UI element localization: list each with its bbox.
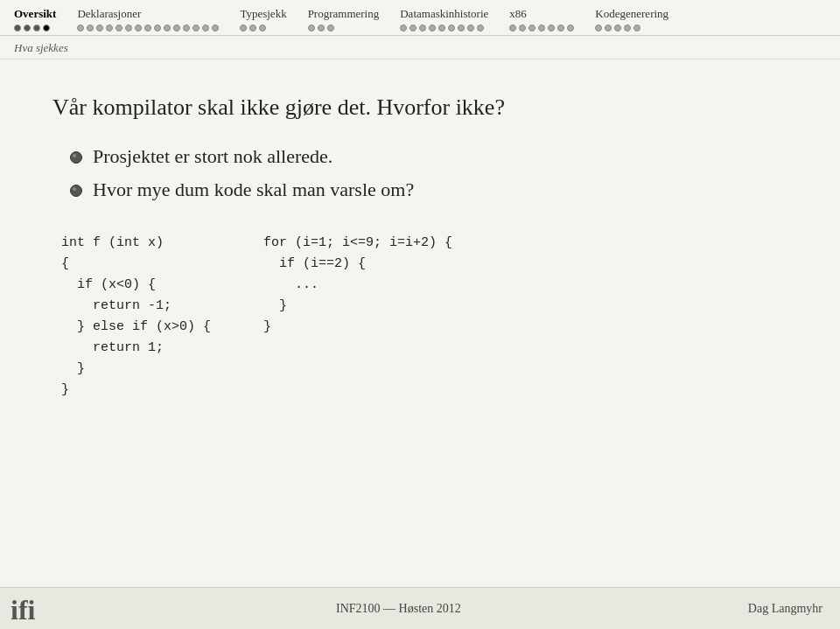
- nav-item-label-0: Oversikt: [14, 7, 56, 21]
- code-block-right: for (i=1; i<=9; i=i+2) { if (i==2) { ...…: [263, 233, 452, 401]
- dot-5-0: [509, 24, 516, 31]
- dot-1-14: [212, 24, 219, 31]
- nav-item-label-5: x86: [509, 7, 527, 21]
- nav-item-0[interactable]: Oversikt: [14, 7, 56, 31]
- dot-0-0: [14, 24, 21, 31]
- nav-item-1[interactable]: Deklarasjoner: [77, 7, 219, 31]
- nav-dots-4: [400, 24, 484, 31]
- nav-item-4[interactable]: Datamaskinhistorie: [400, 7, 488, 31]
- dot-1-6: [135, 24, 142, 31]
- dot-3-2: [327, 24, 334, 31]
- nav-item-label-2: Typesjekk: [240, 7, 286, 21]
- footer-author: Dag Langmyhr: [748, 602, 822, 616]
- nav-dots-0: [14, 24, 50, 31]
- bullet-list: Prosjektet er stort nok allerede. Hvor m…: [52, 145, 788, 201]
- dot-0-3: [43, 24, 50, 31]
- dot-6-4: [634, 24, 640, 31]
- dot-4-0: [400, 24, 407, 31]
- ifi-logo: ifi: [10, 593, 49, 625]
- svg-text:ifi: ifi: [10, 594, 36, 625]
- nav-bar: OversiktDeklarasjonerTypesjekkProgrammer…: [0, 0, 840, 36]
- nav-dots-6: [595, 24, 640, 31]
- dot-4-4: [438, 24, 445, 31]
- dot-2-1: [249, 24, 256, 31]
- slide-heading: Vår kompilator skal ikke gjøre det. Hvor…: [52, 94, 788, 121]
- dot-1-13: [202, 24, 209, 31]
- dot-3-0: [308, 24, 315, 31]
- bullet-text-1: Prosjektet er stort nok allerede.: [93, 145, 332, 168]
- footer-course: INF2100 — Høsten 2012: [336, 602, 461, 616]
- dot-4-6: [458, 24, 465, 31]
- bullet-icon-1: [70, 151, 82, 164]
- dot-1-4: [116, 24, 122, 31]
- dot-4-7: [467, 24, 474, 31]
- dot-6-2: [614, 24, 621, 31]
- dot-6-3: [624, 24, 631, 31]
- footer-logo: ifi: [10, 593, 49, 625]
- dot-5-5: [557, 24, 564, 31]
- code-block-left: int f (int x) { if (x<0) { return -1; } …: [61, 233, 211, 401]
- dot-5-1: [519, 24, 526, 31]
- dot-1-11: [183, 24, 190, 31]
- dot-4-2: [419, 24, 426, 31]
- nav-dots-2: [240, 24, 266, 31]
- dot-1-5: [125, 24, 132, 31]
- main-content: Vår kompilator skal ikke gjøre det. Hvor…: [0, 59, 840, 418]
- dot-6-0: [595, 24, 602, 31]
- nav-item-6[interactable]: Kodegenerering: [595, 7, 668, 31]
- nav-item-label-3: Programmering: [308, 7, 380, 21]
- dot-4-8: [477, 24, 484, 31]
- dot-1-0: [77, 24, 84, 31]
- dot-1-9: [164, 24, 171, 31]
- dot-1-7: [144, 24, 151, 31]
- dot-1-8: [154, 24, 161, 31]
- dot-4-5: [448, 24, 455, 31]
- dot-3-1: [318, 24, 325, 31]
- dot-1-10: [173, 24, 180, 31]
- subtitle-bar: Hva sjekkes: [0, 36, 840, 59]
- dot-2-2: [259, 24, 266, 31]
- bullet-item-2: Hvor mye dum kode skal man varsle om?: [70, 178, 788, 201]
- nav-dots-3: [308, 24, 334, 31]
- dot-4-3: [429, 24, 436, 31]
- nav-item-5[interactable]: x86: [509, 7, 574, 31]
- bullet-item-1: Prosjektet er stort nok allerede.: [70, 145, 788, 168]
- dot-1-12: [192, 24, 200, 31]
- subtitle-text: Hva sjekkes: [14, 41, 68, 54]
- code-section: int f (int x) { if (x<0) { return -1; } …: [52, 233, 788, 401]
- dot-5-4: [548, 24, 555, 31]
- dot-1-3: [106, 24, 113, 31]
- nav-dots-1: [77, 24, 219, 31]
- dot-2-0: [240, 24, 247, 31]
- dot-0-1: [24, 24, 31, 31]
- dot-1-1: [87, 24, 94, 31]
- dot-5-3: [538, 24, 545, 31]
- footer: ifi INF2100 — Høsten 2012 Dag Langmyhr: [0, 587, 840, 629]
- dot-4-1: [410, 24, 416, 31]
- nav-item-label-4: Datamaskinhistorie: [400, 7, 488, 21]
- nav-item-label-1: Deklarasjoner: [77, 7, 141, 21]
- nav-item-3[interactable]: Programmering: [308, 7, 380, 31]
- dot-0-2: [33, 24, 40, 31]
- nav-dots-5: [509, 24, 574, 31]
- nav-item-2[interactable]: Typesjekk: [240, 7, 286, 31]
- dot-5-2: [528, 24, 536, 31]
- nav-item-label-6: Kodegenerering: [595, 7, 668, 21]
- bullet-text-2: Hvor mye dum kode skal man varsle om?: [93, 178, 414, 201]
- bullet-icon-2: [70, 185, 82, 197]
- dot-1-2: [96, 24, 103, 31]
- dot-5-6: [567, 24, 574, 31]
- dot-6-1: [605, 24, 612, 31]
